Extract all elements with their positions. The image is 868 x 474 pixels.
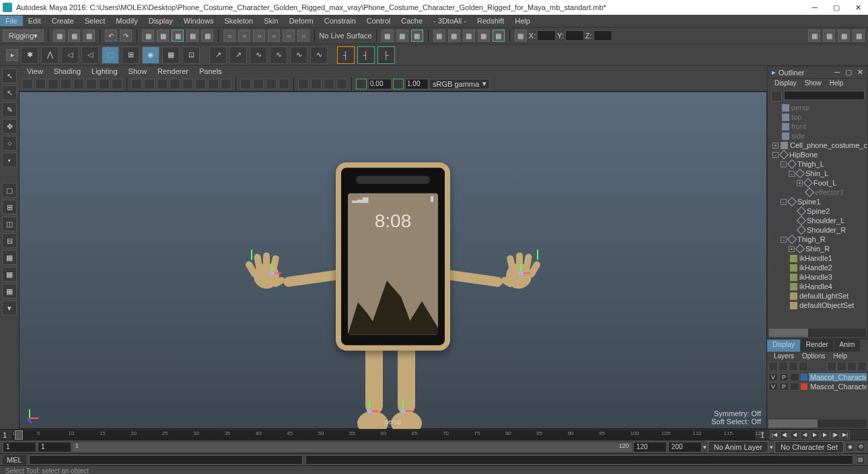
range-out-input[interactable] [633, 442, 667, 452]
vp-menu-lighting[interactable]: Lighting [86, 67, 123, 76]
render-button-4[interactable]: ▦ [478, 30, 490, 42]
gizmo-foot-l[interactable] [359, 401, 379, 421]
layer-vis-toggle[interactable]: V [768, 373, 778, 381]
vp-shade-6[interactable] [195, 79, 206, 89]
command-input[interactable] [29, 455, 303, 465]
menu-skeleton[interactable]: Skeleton [219, 15, 258, 26]
vp-menu-show[interactable]: Show [123, 67, 153, 76]
open-scene-button[interactable]: ▦ [68, 30, 80, 42]
select-mode-button-4[interactable]: ▦ [186, 30, 198, 42]
select-mode-button-5[interactable]: ▦ [201, 30, 213, 42]
new-scene-button[interactable]: ▦ [53, 30, 65, 42]
select-tool[interactable]: ↖ [2, 69, 17, 83]
outliner-item[interactable]: ikHandle4 [768, 282, 867, 291]
vp-shade-7[interactable] [208, 79, 219, 89]
menu-select[interactable]: Select [79, 15, 111, 26]
gizmo-wrist-l[interactable] [262, 263, 282, 283]
range-track[interactable]: 1120 [73, 442, 632, 452]
vp-tool-2[interactable] [35, 79, 46, 89]
panel-toggle-2[interactable]: ▦ [823, 30, 835, 42]
snap-button-1[interactable]: ○ [223, 30, 236, 42]
anim-layer-dropdown[interactable]: No Anim Layer [708, 441, 768, 453]
layout-two-side[interactable]: ◫ [2, 216, 17, 231]
outliner-menu-display[interactable]: Display [770, 79, 801, 89]
menu-modify[interactable]: Modify [110, 15, 143, 26]
outliner-menu-help[interactable]: Help [826, 79, 848, 89]
goto-start-button[interactable]: |◀ [770, 430, 779, 440]
vp-light-2[interactable] [253, 79, 264, 89]
outliner-item[interactable]: ikHandle3 [768, 272, 867, 282]
vp-shade-3[interactable] [157, 79, 168, 89]
menu-deform[interactable]: Deform [284, 15, 319, 26]
construct-history-button-2[interactable]: ▦ [396, 30, 408, 42]
outliner-item[interactable]: top [768, 112, 867, 122]
layer-tool-3[interactable] [789, 362, 798, 371]
xform-display-button[interactable]: ▦ [515, 30, 527, 42]
layer-tool-6[interactable] [837, 362, 846, 371]
outliner-search-input[interactable] [784, 91, 865, 100]
outliner-item[interactable]: -Thigh_L [768, 159, 867, 169]
panel-toggle-1[interactable]: ▦ [808, 30, 820, 42]
menu-windows[interactable]: Windows [178, 15, 219, 26]
goto-end-button[interactable]: ▶| [840, 430, 850, 440]
vp-exposure-toggle[interactable] [356, 79, 367, 89]
layer-tool-1[interactable] [768, 362, 778, 371]
undo-button[interactable]: ↶ [105, 30, 117, 42]
render-button-2[interactable]: ▦ [448, 30, 460, 42]
vp-tool-7[interactable] [99, 79, 110, 89]
vp-shade-1[interactable] [131, 79, 142, 89]
step-back-button[interactable]: ◀ [790, 430, 799, 440]
layer-tool-7[interactable] [847, 362, 857, 371]
layer-vis-toggle[interactable]: V [768, 383, 778, 391]
layer-play-toggle[interactable]: P [779, 373, 789, 381]
time-slider[interactable]: 1 15101520253035404550556065707580859095… [0, 429, 868, 440]
play-back-button[interactable]: ◀ [800, 430, 809, 440]
vp-light-3[interactable] [266, 79, 277, 89]
snap-button-5[interactable]: ○ [283, 30, 295, 42]
outliner-item[interactable]: Spine2 [768, 206, 867, 216]
vp-shade-2[interactable] [144, 79, 155, 89]
outliner-item[interactable]: +Foot_L [768, 178, 867, 188]
display-layer[interactable]: VPMascot_Character_Mobile_P [767, 372, 868, 382]
vp-colorspace-dropdown[interactable]: sRGB gamma▾ [429, 79, 490, 89]
vp-gamma-input[interactable] [405, 79, 429, 89]
shelf-btn-12[interactable]: ∿ [250, 46, 267, 64]
display-layer[interactable]: VPMascot_Character_Mo [767, 382, 868, 391]
outliner-item[interactable]: defaultObjectSet [768, 301, 867, 310]
layout-custom-1[interactable]: ▦ [2, 267, 17, 282]
outliner-item[interactable]: ikHandle2 [768, 263, 867, 272]
minimize-button[interactable]: ─ [810, 3, 820, 12]
script-lang-dropdown[interactable]: MEL [3, 455, 26, 465]
menu-edit[interactable]: Edit [23, 15, 46, 26]
gizmo-hand-r[interactable] [528, 249, 548, 270]
render-button-5[interactable]: ▦ [493, 30, 505, 42]
render-button-3[interactable]: ▦ [463, 30, 475, 42]
shelf-btn-8[interactable]: ▦ [162, 46, 180, 64]
menu-cache[interactable]: Cache [396, 15, 428, 26]
paint-tool[interactable]: ✎ [2, 102, 17, 117]
range-end-input[interactable] [668, 442, 702, 452]
vp-shade-8[interactable] [221, 79, 231, 89]
snap-button-6[interactable]: ○ [297, 30, 310, 42]
menu-constrain[interactable]: Constrain [319, 15, 361, 26]
layout-single[interactable]: ▢ [2, 183, 17, 198]
lasso-tool[interactable]: ↖ [2, 85, 17, 100]
shelf-btn-17[interactable]: ┤ [357, 46, 375, 64]
outliner-item[interactable]: Shoulder_R [768, 225, 867, 235]
close-button[interactable]: ✕ [853, 3, 863, 12]
menu-file[interactable]: File [0, 15, 23, 26]
layer-play-toggle[interactable]: P [779, 383, 789, 391]
outliner-hscroll[interactable] [769, 329, 866, 337]
construct-history-button-3[interactable]: ▦ [411, 30, 423, 42]
vp-shade-4[interactable] [170, 79, 180, 89]
time-cursor[interactable] [15, 430, 23, 440]
outliner-tree[interactable]: persptopfrontside+Cell_phone_costume_cha… [768, 102, 867, 327]
panel-toggle-4[interactable]: ▦ [853, 30, 865, 42]
vp-tool-6[interactable] [86, 79, 97, 89]
layout-outliner[interactable]: ▦ [2, 284, 17, 299]
outliner-item[interactable]: effector3 [768, 188, 867, 197]
vp-gamma-toggle[interactable] [393, 79, 404, 89]
shelf-btn-7[interactable]: ◉ [142, 46, 159, 64]
layout-two-stack[interactable]: ⊟ [2, 233, 17, 248]
x-input[interactable] [537, 30, 556, 41]
